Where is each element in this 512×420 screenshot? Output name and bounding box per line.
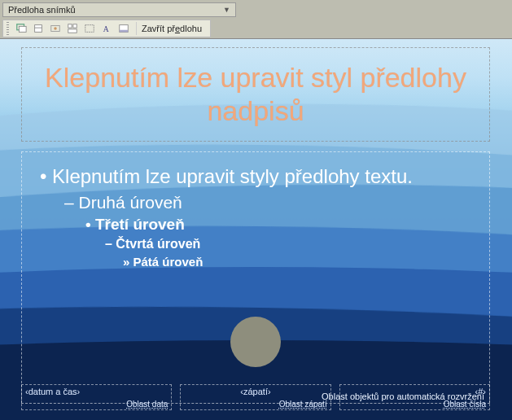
svg-rect-2 (35, 25, 42, 33)
outline-level-5: Pátá úroveň (123, 255, 475, 269)
rename-icon[interactable] (49, 22, 62, 35)
date-area-label: Oblast data (126, 400, 168, 409)
slide-canvas: Klepnutím lze upravit styl předlohy nadp… (0, 39, 512, 420)
toolbar-icon-row: A Zavřít předlohu (2, 20, 211, 37)
outline-level-2: Druhá úroveň (64, 193, 475, 212)
date-placeholder[interactable]: ‹datum a čas› Oblast data (21, 384, 172, 410)
svg-text:A: A (103, 24, 109, 33)
footer-placeholders: ‹datum a čas› Oblast data ‹zápatí› Oblas… (21, 384, 490, 410)
footer-field: ‹zápatí› (240, 387, 270, 396)
footer-placeholder[interactable]: ‹zápatí› Oblast zápatí (180, 384, 330, 410)
title-placeholder-text: Klepnutím lze upravit styl předlohy nadp… (25, 61, 486, 128)
body-placeholder[interactable]: Klepnutím lze upravit styly předlohy tex… (21, 151, 490, 404)
toolbar-title-dropdown[interactable]: Předloha snímků ▼ (2, 2, 236, 17)
close-master-label: Zavřít předlohu (142, 24, 202, 33)
svg-rect-8 (68, 29, 77, 33)
close-master-button[interactable]: Zavřít předlohu (136, 22, 207, 35)
toolbar-grip[interactable] (7, 22, 9, 35)
svg-rect-12 (120, 30, 129, 33)
date-field: ‹datum a čas› (25, 387, 80, 396)
insert-slide-master-icon[interactable] (15, 22, 28, 35)
slide-number-placeholder[interactable]: ‹#› Oblast čísla (339, 384, 490, 410)
number-field: ‹#› (475, 387, 486, 396)
svg-rect-7 (73, 24, 77, 28)
toolbar-title-text: Předloha snímků (8, 5, 76, 15)
outline-level-1: Klepnutím lze upravit styly předlohy tex… (40, 165, 475, 188)
svg-rect-9 (85, 25, 94, 33)
footers-icon[interactable] (117, 22, 130, 35)
master-toolbar: Předloha snímků ▼ A Zavřít předlohu (0, 0, 512, 39)
chevron-down-icon: ▼ (223, 6, 230, 14)
number-area-label: Oblast čísla (444, 400, 486, 409)
title-placeholder[interactable]: Klepnutím lze upravit styl předlohy nadp… (21, 47, 490, 142)
master-layout-icon[interactable] (66, 22, 79, 35)
autolayout-object-circle[interactable] (230, 317, 281, 367)
placeholders-icon[interactable] (83, 22, 96, 35)
insert-layout-icon[interactable] (32, 22, 45, 35)
svg-point-5 (54, 27, 57, 30)
title-icon[interactable]: A (100, 22, 113, 35)
svg-rect-6 (68, 24, 72, 28)
outline-level-4: Čtvrtá úroveň (105, 237, 475, 252)
svg-rect-1 (19, 26, 26, 32)
footer-area-label: Oblast zápatí (279, 400, 327, 409)
outline-level-3: Třetí úroveň (85, 216, 475, 234)
